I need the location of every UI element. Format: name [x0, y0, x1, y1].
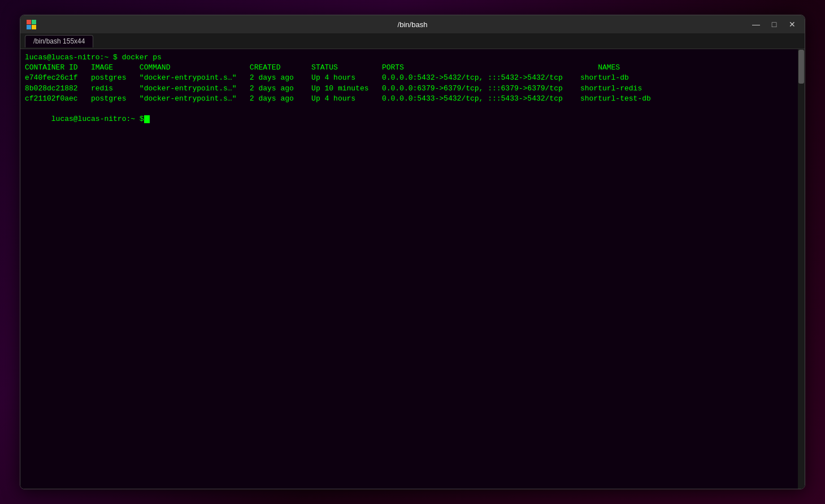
close-button[interactable]: ✕	[784, 18, 800, 31]
tab-bar: /bin/bash 155x44	[20, 33, 805, 49]
title-bar: /bin/bash — □ ✕	[20, 15, 805, 33]
prompt-line: lucas@lucas-nitro:~ $	[25, 104, 800, 135]
table-row: 8b028dc21882 redis "docker-entrypoint.s……	[25, 84, 800, 94]
terminal-content[interactable]: lucas@lucas-nitro:~ $ docker ps CONTAINE…	[20, 49, 805, 489]
table-header: CONTAINER ID IMAGE COMMAND CREATED STATU…	[25, 63, 800, 73]
table-row: cf21102f0aec postgres "docker-entrypoint…	[25, 94, 800, 104]
cursor	[144, 115, 150, 123]
terminal-logo	[26, 19, 36, 29]
maximize-button[interactable]: □	[766, 18, 782, 31]
terminal-window: /bin/bash — □ ✕ /bin/bash 155x44 lucas@l…	[20, 15, 805, 489]
tab-bash[interactable]: /bin/bash 155x44	[25, 35, 93, 47]
scrollbar[interactable]	[798, 49, 805, 489]
table-row: e740fec26c1f postgres "docker-entrypoint…	[25, 73, 800, 83]
scrollbar-thumb[interactable]	[798, 50, 804, 84]
window-title: /bin/bash	[398, 20, 428, 29]
minimize-button[interactable]: —	[748, 18, 764, 31]
command-line: lucas@lucas-nitro:~ $ docker ps	[25, 53, 800, 63]
window-controls: — □ ✕	[748, 18, 800, 31]
